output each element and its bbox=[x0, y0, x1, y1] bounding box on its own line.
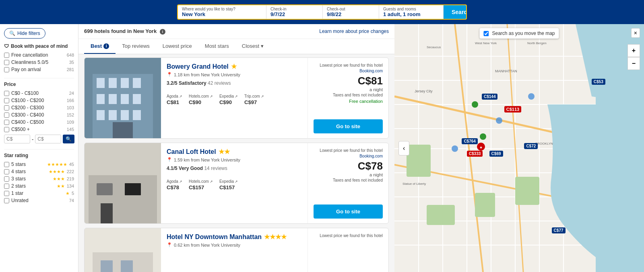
map-zoom-in-button[interactable]: + bbox=[627, 44, 640, 57]
star-label: 3 stars bbox=[11, 176, 51, 182]
map-price-marker[interactable]: C$72 bbox=[524, 143, 538, 149]
map-price-marker[interactable]: C$69 bbox=[489, 151, 503, 157]
go-to-site-button[interactable]: Go to site bbox=[314, 119, 383, 133]
map-price-marker[interactable]: C$113 bbox=[504, 106, 521, 112]
booking-com-label: Booking.com bbox=[320, 69, 383, 73]
price-range-input: - 🔍 bbox=[4, 135, 74, 143]
map-price-marker[interactable]: C$77 bbox=[552, 227, 566, 233]
price-checkbox[interactable] bbox=[4, 120, 9, 125]
tab-best[interactable]: Best i bbox=[84, 39, 116, 54]
price-checkbox[interactable] bbox=[4, 105, 9, 110]
star-checkbox[interactable] bbox=[4, 198, 9, 203]
filter-row: Free cancellation 648 bbox=[4, 52, 74, 58]
star-icons: ★★ bbox=[57, 184, 65, 189]
map-search-bar: Search as you move the map bbox=[479, 28, 559, 39]
star-checkbox[interactable] bbox=[4, 169, 9, 174]
filter-checkbox[interactable] bbox=[4, 60, 9, 65]
tab-top-reviews[interactable]: Top reviews bbox=[116, 39, 156, 54]
search-bar: Where would you like to stay? New York C… bbox=[177, 4, 467, 20]
hotel-rating: 4.1/5 Very Good 14 reviews bbox=[167, 166, 302, 171]
tab-lowest-price[interactable]: Lowest price bbox=[156, 39, 198, 54]
tab-closest[interactable]: Closest ▾ bbox=[235, 39, 270, 54]
map-close-button[interactable]: × bbox=[631, 28, 640, 38]
hotel-info: Bowery Grand Hotel ★ 📍 1.18 km from New … bbox=[161, 58, 308, 138]
svg-rect-13 bbox=[133, 110, 141, 120]
lowest-price-label: Lowest price we found for this hotel bbox=[320, 148, 383, 153]
svg-rect-49 bbox=[407, 145, 431, 177]
map-price-marker[interactable]: C$333 bbox=[467, 151, 483, 157]
provider: Agoda ↗ C$81 bbox=[167, 94, 182, 105]
results-location: New York bbox=[133, 28, 157, 34]
go-to-site-button[interactable]: Go to site bbox=[314, 205, 383, 219]
filter-checkbox[interactable] bbox=[4, 53, 9, 58]
search-as-move-label: Search as you move the map bbox=[492, 31, 555, 36]
star-checkbox[interactable] bbox=[4, 184, 9, 189]
price-max-input[interactable] bbox=[35, 135, 61, 143]
search-as-move-checkbox[interactable] bbox=[483, 31, 489, 36]
svg-text:North Bergen: North Bergen bbox=[527, 41, 547, 45]
hotel-image bbox=[85, 143, 161, 223]
star-row: 3 stars ★★★ 219 bbox=[4, 176, 74, 182]
price-count: 166 bbox=[67, 98, 74, 103]
price-label: C$300 - C$400 bbox=[11, 112, 65, 118]
tab-most-stars[interactable]: Most stars bbox=[198, 39, 235, 54]
svg-rect-50 bbox=[475, 193, 495, 217]
price-label: C$200 - C$300 bbox=[11, 105, 65, 110]
filter-checkbox[interactable] bbox=[4, 67, 9, 72]
provider-name: Agoda ↗ bbox=[167, 179, 182, 184]
location-field[interactable]: Where would you like to stay? New York bbox=[178, 5, 266, 19]
star-row: Unrated 74 bbox=[4, 198, 74, 203]
map-price-marker[interactable]: C$53 bbox=[592, 79, 605, 85]
provider-prices: Agoda ↗ C$78 Hotels.com ↗ C$157 Expedia … bbox=[167, 179, 302, 190]
map-price-marker[interactable]: C$144 bbox=[482, 94, 497, 100]
map-zoom-out-button[interactable]: − bbox=[627, 57, 640, 70]
results-count: 699 hotels found in New York i bbox=[84, 28, 165, 35]
hotel-price: C$81 bbox=[320, 75, 383, 87]
price-min-input[interactable] bbox=[4, 135, 30, 143]
star-checkbox[interactable] bbox=[4, 176, 9, 182]
price-checkbox[interactable] bbox=[4, 98, 9, 103]
svg-rect-52 bbox=[515, 177, 539, 205]
hotel-info: Hotel NY Downtown Manhattan ★★★★ 📍 0.62 … bbox=[161, 228, 308, 272]
center-panel: 699 hotels found in New York i Learn mor… bbox=[78, 24, 394, 272]
price-checkbox[interactable] bbox=[4, 127, 9, 132]
close-icon: × bbox=[634, 30, 637, 36]
checkout-value: 9/8/22 bbox=[327, 11, 375, 17]
provider-price: C$90 bbox=[219, 99, 238, 105]
price-search-button[interactable]: 🔍 bbox=[63, 135, 74, 143]
price-checkbox[interactable] bbox=[4, 91, 9, 96]
provider-name: Hotels.com ↗ bbox=[189, 179, 213, 184]
location-pin-icon: 📍 bbox=[167, 242, 172, 247]
star-rating-title: Star rating bbox=[4, 153, 74, 158]
hotel-image bbox=[85, 58, 161, 138]
shield-icon: 🛡 bbox=[4, 43, 9, 49]
peace-of-mind-title: 🛡 Book with peace of mind bbox=[4, 43, 74, 49]
svg-text:Secaucus: Secaucus bbox=[427, 45, 441, 49]
svg-text:Jersey City: Jersey City bbox=[415, 89, 433, 93]
sidebar: 🔍 Hide filters 🛡 Book with peace of mind… bbox=[0, 24, 78, 272]
svg-rect-17 bbox=[97, 183, 113, 195]
price-label: C$0 - C$100 bbox=[11, 90, 67, 96]
guests-field[interactable]: Guests and rooms 1 adult, 1 room bbox=[379, 5, 444, 19]
search-hotels-button[interactable]: Search hotels → bbox=[444, 5, 467, 19]
map-price-marker[interactable]: C$764 bbox=[462, 138, 477, 144]
price-count: 152 bbox=[67, 112, 74, 117]
star-checkbox[interactable] bbox=[4, 191, 9, 196]
hotel-score-label: Very Good bbox=[179, 166, 203, 171]
svg-rect-51 bbox=[427, 205, 455, 225]
taxes-note: Taxes and fees not included bbox=[320, 93, 383, 97]
tab-most-stars-label: Most stars bbox=[205, 43, 229, 49]
svg-rect-19 bbox=[101, 203, 113, 223]
svg-point-64 bbox=[528, 93, 535, 100]
map-back-button[interactable]: ‹ bbox=[398, 141, 409, 155]
checkin-field[interactable]: Check-in 9/7/22 bbox=[266, 5, 323, 19]
star-icons: ★ bbox=[66, 191, 70, 196]
svg-rect-8 bbox=[121, 94, 129, 104]
star-checkbox[interactable] bbox=[4, 162, 9, 167]
star-label: 4 stars bbox=[11, 169, 47, 174]
hide-filters-button[interactable]: 🔍 Hide filters bbox=[4, 28, 45, 39]
price-checkbox[interactable] bbox=[4, 112, 9, 118]
checkout-field[interactable]: Check-out 9/8/22 bbox=[323, 5, 379, 19]
hotel-card: Hotel NY Downtown Manhattan ★★★★ 📍 0.62 … bbox=[84, 228, 389, 272]
price-change-link[interactable]: Learn more about price changes bbox=[319, 29, 389, 34]
